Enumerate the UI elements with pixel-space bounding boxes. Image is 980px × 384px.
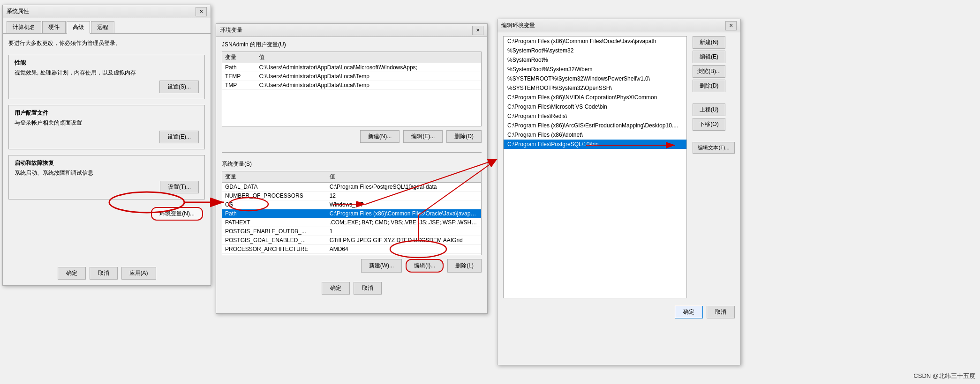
startup-settings-btn[interactable]: 设置(T)...: [160, 181, 199, 193]
user-new-btn[interactable]: 新建(N)...: [360, 130, 400, 143]
edit-env-bottom-btns: 确定 取消: [498, 298, 740, 322]
sys-edit-btn[interactable]: 编辑(I)...: [406, 259, 444, 273]
edit-env-edit-btn[interactable]: 编辑(E): [693, 51, 725, 63]
edit-env-delete-btn[interactable]: 删除(D): [693, 80, 725, 92]
system-properties-window: 系统属性 ✕ 计算机名 硬件 高级 远程 要进行大多数更改，你必须作为管理员登录…: [2, 5, 211, 286]
edit-env-ok-btn[interactable]: 确定: [675, 306, 703, 318]
sys-row-value: AMD64: [327, 245, 481, 254]
edit-env-edittext-btn[interactable]: 编辑文本(T)...: [693, 142, 735, 154]
edit-env-path-item[interactable]: %SYSTEMROOT%\System32\WindowsPowerShell\…: [504, 74, 686, 83]
user-row-value: C:\Users\Administrator\AppData\Local\Tem…: [256, 81, 481, 90]
sys-table-row[interactable]: PROCESSOR_ARCHITECTUREAMD64: [222, 245, 481, 254]
tab-hardware[interactable]: 硬件: [42, 21, 66, 33]
edit-env-path-item[interactable]: C:\Program Files (x86)\Common Files\Orac…: [504, 37, 686, 46]
sys-vars-btns: 新建(W)... 编辑(I)... 删除(L): [222, 257, 482, 274]
sys-props-content: 要进行大多数更改，你必须作为管理员登录。 性能 视觉效果, 处理器计划，内存使用…: [3, 34, 211, 226]
performance-settings-btn[interactable]: 设置(S)...: [159, 81, 199, 93]
sys-vars-section: 系统变量(S) 变量 值 GDAL_DATAC:\Program Files\P…: [216, 156, 487, 278]
sys-props-controls: ✕: [196, 7, 207, 16]
sys-row-name: POSTGIS_GDAL_ENABLED_...: [222, 236, 327, 245]
user-table-row[interactable]: TEMPC:\Users\Administrator\AppData\Local…: [222, 72, 481, 81]
edit-env-title-bar[interactable]: 编辑环境变量 ✕: [498, 19, 740, 32]
sys-table-row[interactable]: POSTGIS_ENABLE_OUTDB_...1: [222, 227, 481, 236]
user-vars-btns: 新建(N)... 编辑(E)... 删除(D): [222, 128, 482, 145]
edit-env-browse-btn[interactable]: 浏览(B)...: [693, 65, 725, 78]
sys-col-value: 值: [327, 171, 481, 183]
edit-env-path-item[interactable]: C:\Program Files (x86)\ArcGIS\EsriProduc…: [504, 121, 686, 130]
env-vars-controls: ✕: [472, 26, 483, 35]
edit-env-cancel-btn[interactable]: 取消: [707, 306, 735, 318]
sys-row-name: Path: [222, 209, 327, 218]
sys-props-title-bar[interactable]: 系统属性 ✕: [3, 5, 211, 18]
performance-desc: 视觉效果, 处理器计划，内存使用，以及虚拟内存: [15, 69, 199, 77]
sys-col-name: 变量: [222, 171, 327, 183]
user-profile-settings-btn[interactable]: 设置(E)...: [159, 131, 199, 143]
sys-props-apply-btn[interactable]: 应用(A): [121, 267, 156, 280]
sys-table-row[interactable]: PathC:\Program Files (x86)\Common Files\…: [222, 209, 481, 218]
edit-env-path-item[interactable]: C:\Program Files (x86)\NVIDIA Corporatio…: [504, 93, 686, 102]
user-vars-table-container[interactable]: 变量 值 PathC:\Users\Administrator\AppData\…: [222, 52, 482, 126]
sys-row-name: GDAL_DATA: [222, 183, 327, 192]
env-vars-cancel-btn[interactable]: 取消: [354, 282, 382, 295]
env-vars-close-btn[interactable]: ✕: [472, 26, 483, 35]
user-row-value: C:\Users\Administrator\AppData\Local\Tem…: [256, 72, 481, 81]
edit-env-down-btn[interactable]: 下移(O): [693, 118, 725, 131]
edit-env-path-item[interactable]: %SystemRoot%: [504, 55, 686, 65]
performance-section: 性能 视觉效果, 处理器计划，内存使用，以及虚拟内存 设置(S)...: [8, 55, 205, 99]
edit-env-path-item[interactable]: %SystemRoot%\System32\Wbem: [504, 65, 686, 74]
edit-env-path-item[interactable]: C:\Program Files (x86)\dotnet\: [504, 130, 686, 140]
env-vars-title: 环境变量: [220, 26, 242, 34]
edit-env-path-item[interactable]: C:\Program Files\Redis\: [504, 111, 686, 121]
edit-env-list[interactable]: C:\Program Files (x86)\Common Files\Orac…: [503, 36, 687, 298]
sys-delete-btn[interactable]: 删除(L): [447, 259, 482, 273]
sys-row-value: .COM;.EXE;.BAT;.CMD;.VBS;.VBE;.JS;.JSE;.…: [327, 218, 481, 227]
sys-table-row[interactable]: GDAL_DATAC:\Program Files\PostgreSQL\10\…: [222, 183, 481, 192]
edit-env-right-btns: 新建(N) 编辑(E) 浏览(B)... 删除(D) 上移(U) 下移(O) 编…: [691, 36, 739, 298]
sys-props-close-btn[interactable]: ✕: [196, 7, 207, 16]
sys-props-cancel-btn[interactable]: 取消: [90, 267, 118, 280]
sys-vars-table-container[interactable]: 变量 值 GDAL_DATAC:\Program Files\PostgreSQ…: [222, 171, 482, 255]
tab-remote[interactable]: 远程: [91, 21, 114, 33]
user-table-row[interactable]: PathC:\Users\Administrator\AppData\Local…: [222, 63, 481, 72]
user-col-name: 变量: [222, 52, 256, 63]
sys-row-value: 12: [327, 192, 481, 200]
edit-env-close-btn[interactable]: ✕: [725, 21, 737, 30]
user-profile-label: 用户配置文件: [15, 109, 199, 117]
edit-env-path-item[interactable]: C:\Program Files\PostgreSQL\10\bin: [504, 140, 686, 149]
user-table-row[interactable]: TMPC:\Users\Administrator\AppData\Local\…: [222, 81, 481, 90]
sys-vars-title: 系统变量(S): [222, 160, 482, 168]
sys-table-row[interactable]: OSWindows_NT: [222, 200, 481, 209]
edit-env-window: 编辑环境变量 ✕ C:\Program Files (x86)\Common F…: [497, 19, 741, 365]
edit-env-new-btn[interactable]: 新建(N): [693, 36, 725, 49]
sys-new-btn[interactable]: 新建(W)...: [361, 259, 402, 273]
sys-props-title: 系统属性: [7, 7, 29, 15]
user-row-value: C:\Users\Administrator\AppData\Local\Mic…: [256, 63, 481, 72]
edit-env-path-item[interactable]: %SystemRoot%\system32: [504, 46, 686, 55]
sys-table-row[interactable]: PATHEXT.COM;.EXE;.BAT;.CMD;.VBS;.VBE;.JS…: [222, 218, 481, 227]
env-vars-title-bar[interactable]: 环境变量 ✕: [216, 24, 487, 37]
sys-props-ok-btn[interactable]: 确定: [58, 267, 86, 280]
user-delete-btn[interactable]: 删除(D): [446, 130, 482, 143]
sys-table-row[interactable]: NUMBER_OF_PROCESSORS12: [222, 192, 481, 200]
user-vars-table: 变量 值 PathC:\Users\Administrator\AppData\…: [222, 52, 481, 90]
user-edit-btn[interactable]: 编辑(E)...: [403, 130, 443, 143]
edit-env-controls: ✕: [725, 21, 737, 30]
sys-props-tabs: 计算机名 硬件 高级 远程: [3, 18, 211, 34]
sys-row-value: Windows_NT: [327, 200, 481, 209]
user-profile-desc: 与登录帐户相关的桌面设置: [15, 119, 199, 127]
env-vars-btn[interactable]: 环境变量(N)...: [151, 207, 203, 221]
startup-recovery-section: 启动和故障恢复 系统启动、系统故障和调试信息 设置(T)...: [8, 155, 205, 199]
user-row-name: Path: [222, 63, 256, 72]
edit-env-up-btn[interactable]: 上移(U): [693, 103, 725, 116]
tab-computer-name[interactable]: 计算机名: [7, 21, 41, 33]
sys-props-bottom-btns: 确定 取消 应用(A): [3, 267, 211, 280]
edit-env-path-item[interactable]: %SYSTEMROOT%\System32\OpenSSH\: [504, 83, 686, 93]
sys-table-row[interactable]: POSTGIS_GDAL_ENABLED_...GTiff PNG JPEG G…: [222, 236, 481, 245]
edit-env-path-item[interactable]: C:\Program Files\Microsoft VS Code\bin: [504, 102, 686, 111]
user-col-value: 值: [256, 52, 481, 63]
tab-advanced[interactable]: 高级: [67, 21, 90, 34]
user-vars-section: JSNAdmin 的用户变量(U) 变量 值 PathC:\Users\Admi…: [216, 37, 487, 148]
user-row-name: TMP: [222, 81, 256, 90]
sys-row-value: C:\Program Files (x86)\Common Files\Orac…: [327, 209, 481, 218]
env-vars-ok-btn[interactable]: 确定: [322, 282, 350, 295]
